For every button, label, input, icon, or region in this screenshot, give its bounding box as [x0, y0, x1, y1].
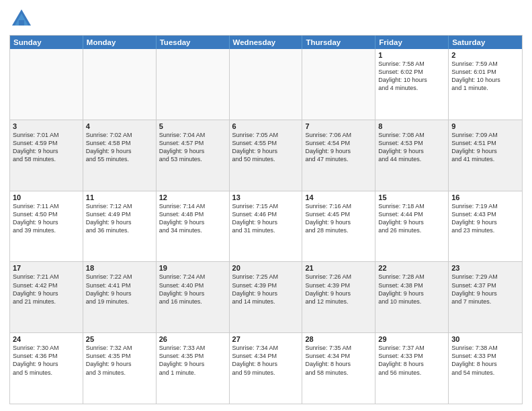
calendar-cell: 26Sunrise: 7:33 AM Sunset: 4:35 PM Dayli… [157, 333, 230, 404]
cell-info: Sunrise: 7:08 AM Sunset: 4:53 PM Dayligh… [378, 131, 445, 164]
day-header-wednesday: Wednesday [230, 36, 303, 49]
day-number: 10 [13, 193, 80, 201]
cell-info: Sunrise: 7:37 AM Sunset: 4:33 PM Dayligh… [378, 344, 445, 377]
day-header-thursday: Thursday [302, 36, 375, 49]
cell-info: Sunrise: 7:11 AM Sunset: 4:50 PM Dayligh… [13, 202, 80, 235]
calendar-cell: 15Sunrise: 7:18 AM Sunset: 4:44 PM Dayli… [375, 191, 449, 262]
cell-info: Sunrise: 7:29 AM Sunset: 4:37 PM Dayligh… [451, 273, 519, 306]
cell-info: Sunrise: 7:30 AM Sunset: 4:36 PM Dayligh… [13, 344, 80, 377]
calendar-cell: 9Sunrise: 7:09 AM Sunset: 4:51 PM Daylig… [449, 120, 522, 191]
cell-info: Sunrise: 7:16 AM Sunset: 4:45 PM Dayligh… [305, 202, 372, 235]
day-number: 14 [305, 193, 372, 201]
calendar-cell: 14Sunrise: 7:16 AM Sunset: 4:45 PM Dayli… [302, 191, 375, 262]
day-number: 20 [232, 264, 300, 272]
day-header-tuesday: Tuesday [157, 36, 230, 49]
day-number: 30 [451, 335, 519, 343]
calendar-week-5: 24Sunrise: 7:30 AM Sunset: 4:36 PM Dayli… [10, 332, 522, 404]
day-number: 4 [86, 122, 153, 130]
cell-info: Sunrise: 7:25 AM Sunset: 4:39 PM Dayligh… [232, 273, 300, 306]
cell-info: Sunrise: 7:18 AM Sunset: 4:44 PM Dayligh… [378, 202, 445, 235]
calendar-week-4: 17Sunrise: 7:21 AM Sunset: 4:42 PM Dayli… [10, 261, 522, 332]
cell-info: Sunrise: 7:06 AM Sunset: 4:54 PM Dayligh… [305, 131, 372, 164]
calendar-cell: 27Sunrise: 7:34 AM Sunset: 4:34 PM Dayli… [230, 333, 303, 404]
cell-info: Sunrise: 7:59 AM Sunset: 6:01 PM Dayligh… [451, 60, 519, 93]
calendar-cell: 1Sunrise: 7:58 AM Sunset: 6:02 PM Daylig… [375, 49, 449, 120]
day-number: 2 [451, 51, 519, 59]
day-number: 8 [378, 122, 445, 130]
day-header-sunday: Sunday [10, 36, 83, 49]
calendar-cell: 11Sunrise: 7:12 AM Sunset: 4:49 PM Dayli… [83, 191, 157, 262]
day-number: 13 [232, 193, 300, 201]
calendar-cell [157, 49, 230, 120]
calendar-cell: 18Sunrise: 7:22 AM Sunset: 4:41 PM Dayli… [83, 262, 157, 332]
calendar-cell: 8Sunrise: 7:08 AM Sunset: 4:53 PM Daylig… [375, 120, 449, 191]
cell-info: Sunrise: 7:38 AM Sunset: 4:33 PM Dayligh… [451, 344, 519, 377]
day-header-saturday: Saturday [449, 36, 522, 49]
day-number: 23 [451, 264, 519, 272]
day-number: 3 [13, 122, 80, 130]
cell-info: Sunrise: 7:09 AM Sunset: 4:51 PM Dayligh… [451, 131, 519, 164]
page: SundayMondayTuesdayWednesdayThursdayFrid… [0, 0, 532, 411]
calendar-header: SundayMondayTuesdayWednesdayThursdayFrid… [10, 36, 522, 49]
calendar-cell: 29Sunrise: 7:37 AM Sunset: 4:33 PM Dayli… [375, 333, 449, 404]
day-number: 9 [451, 122, 519, 130]
cell-info: Sunrise: 7:14 AM Sunset: 4:48 PM Dayligh… [159, 202, 226, 235]
day-number: 19 [159, 264, 226, 272]
calendar-cell: 7Sunrise: 7:06 AM Sunset: 4:54 PM Daylig… [302, 120, 375, 191]
day-number: 7 [305, 122, 372, 130]
cell-info: Sunrise: 7:33 AM Sunset: 4:35 PM Dayligh… [159, 344, 226, 377]
day-number: 29 [378, 335, 445, 343]
calendar-week-1: 1Sunrise: 7:58 AM Sunset: 6:02 PM Daylig… [10, 49, 522, 120]
day-number: 17 [13, 264, 80, 272]
day-number: 25 [86, 335, 153, 343]
calendar-cell [83, 49, 157, 120]
day-number: 15 [378, 193, 445, 201]
day-number: 1 [378, 51, 445, 59]
day-number: 26 [159, 335, 226, 343]
cell-info: Sunrise: 7:15 AM Sunset: 4:46 PM Dayligh… [232, 202, 300, 235]
day-number: 21 [305, 264, 372, 272]
calendar-cell: 17Sunrise: 7:21 AM Sunset: 4:42 PM Dayli… [10, 262, 83, 332]
cell-info: Sunrise: 7:02 AM Sunset: 4:58 PM Dayligh… [86, 131, 153, 164]
calendar-cell: 16Sunrise: 7:19 AM Sunset: 4:43 PM Dayli… [449, 191, 522, 262]
day-header-friday: Friday [375, 36, 449, 49]
calendar-cell [10, 49, 83, 120]
calendar-cell [230, 49, 303, 120]
day-number: 18 [86, 264, 153, 272]
cell-info: Sunrise: 7:58 AM Sunset: 6:02 PM Dayligh… [378, 60, 445, 93]
calendar-cell: 2Sunrise: 7:59 AM Sunset: 6:01 PM Daylig… [449, 49, 522, 120]
calendar-cell: 30Sunrise: 7:38 AM Sunset: 4:33 PM Dayli… [449, 333, 522, 404]
calendar-cell: 10Sunrise: 7:11 AM Sunset: 4:50 PM Dayli… [10, 191, 83, 262]
header [9, 7, 523, 31]
calendar-cell: 5Sunrise: 7:04 AM Sunset: 4:57 PM Daylig… [157, 120, 230, 191]
calendar-cell: 23Sunrise: 7:29 AM Sunset: 4:37 PM Dayli… [449, 262, 522, 332]
day-number: 22 [378, 264, 445, 272]
cell-info: Sunrise: 7:35 AM Sunset: 4:34 PM Dayligh… [305, 344, 372, 377]
calendar-cell [302, 49, 375, 120]
calendar-cell: 6Sunrise: 7:05 AM Sunset: 4:55 PM Daylig… [230, 120, 303, 191]
cell-info: Sunrise: 7:12 AM Sunset: 4:49 PM Dayligh… [86, 202, 153, 235]
day-number: 11 [86, 193, 153, 201]
cell-info: Sunrise: 7:34 AM Sunset: 4:34 PM Dayligh… [232, 344, 300, 377]
svg-rect-2 [19, 20, 24, 26]
day-number: 5 [159, 122, 226, 130]
day-number: 6 [232, 122, 300, 130]
calendar-cell: 4Sunrise: 7:02 AM Sunset: 4:58 PM Daylig… [83, 120, 157, 191]
cell-info: Sunrise: 7:22 AM Sunset: 4:41 PM Dayligh… [86, 273, 153, 306]
logo [9, 7, 36, 31]
calendar-cell: 25Sunrise: 7:32 AM Sunset: 4:35 PM Dayli… [83, 333, 157, 404]
calendar-week-2: 3Sunrise: 7:01 AM Sunset: 4:59 PM Daylig… [10, 120, 522, 191]
calendar-body: 1Sunrise: 7:58 AM Sunset: 6:02 PM Daylig… [10, 49, 522, 404]
cell-info: Sunrise: 7:24 AM Sunset: 4:40 PM Dayligh… [159, 273, 226, 306]
cell-info: Sunrise: 7:32 AM Sunset: 4:35 PM Dayligh… [86, 344, 153, 377]
cell-info: Sunrise: 7:04 AM Sunset: 4:57 PM Dayligh… [159, 131, 226, 164]
cell-info: Sunrise: 7:28 AM Sunset: 4:38 PM Dayligh… [378, 273, 445, 306]
calendar-cell: 13Sunrise: 7:15 AM Sunset: 4:46 PM Dayli… [230, 191, 303, 262]
calendar-cell: 22Sunrise: 7:28 AM Sunset: 4:38 PM Dayli… [375, 262, 449, 332]
day-number: 28 [305, 335, 372, 343]
calendar-cell: 3Sunrise: 7:01 AM Sunset: 4:59 PM Daylig… [10, 120, 83, 191]
cell-info: Sunrise: 7:05 AM Sunset: 4:55 PM Dayligh… [232, 131, 300, 164]
calendar-week-3: 10Sunrise: 7:11 AM Sunset: 4:50 PM Dayli… [10, 191, 522, 262]
logo-icon [9, 7, 34, 31]
calendar-cell: 21Sunrise: 7:26 AM Sunset: 4:39 PM Dayli… [302, 262, 375, 332]
